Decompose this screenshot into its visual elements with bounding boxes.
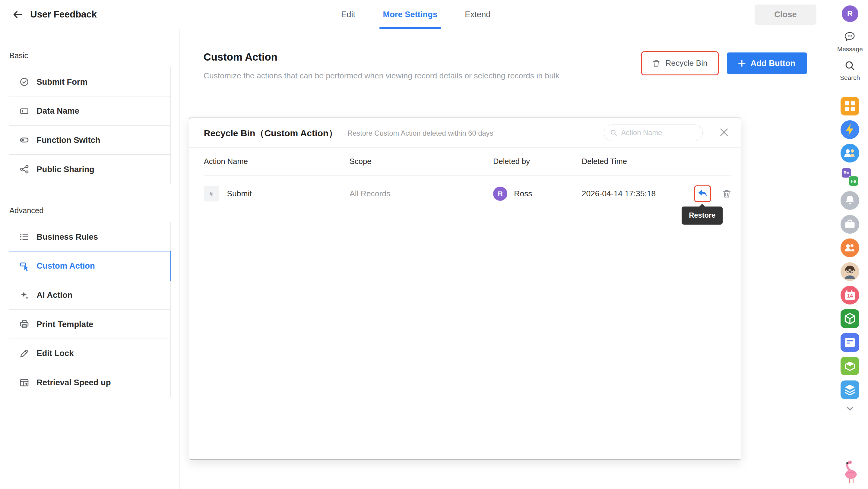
modal-title: Recycle Bin（Custom Action） <box>204 127 338 139</box>
back-arrow-icon[interactable] <box>12 9 23 20</box>
sidebar-item-label: Edit Lock <box>36 349 73 358</box>
layers-blue-icon[interactable] <box>841 381 859 399</box>
tab-edit[interactable]: Edit <box>341 0 355 29</box>
cell-deleted-by: R Ross <box>493 187 582 201</box>
data-name-icon <box>20 106 29 116</box>
topbar: User Feedback Edit More Settings Extend … <box>0 0 832 29</box>
add-button[interactable]: Add Button <box>727 53 807 74</box>
col-header-actions <box>674 148 732 175</box>
print-template-icon <box>20 320 29 329</box>
cell-action-name: Submit <box>204 186 349 201</box>
action-name-text: Submit <box>227 189 251 198</box>
ai-action-icon <box>20 291 29 300</box>
calendar-icon[interactable]: 14 <box>841 286 859 304</box>
retrieval-speed-up-icon <box>20 378 29 387</box>
recycle-bin-label: Recycle Bin <box>665 59 708 68</box>
close-button[interactable]: Close <box>754 4 816 25</box>
main-subtitle: Customize the actions that can be perfor… <box>204 71 559 80</box>
sidebar-item-public-sharing[interactable]: Public Sharing <box>9 154 171 184</box>
submit-form-icon <box>20 77 29 87</box>
public-sharing-icon <box>20 165 29 174</box>
sidebar-item-custom-action[interactable]: Custom Action <box>9 251 171 281</box>
avatar: R <box>493 187 507 201</box>
sidebar-item-label: Data Name <box>36 106 79 116</box>
message-icon <box>844 31 856 43</box>
cell-deleted-time: 2026-04-14 17:35:18 <box>582 189 674 198</box>
restore-tooltip-label: Restore <box>689 211 715 219</box>
col-header-deleted-time: Deleted Time <box>582 157 674 166</box>
sidebar-item-data-name[interactable]: Data Name <box>9 96 171 126</box>
topbar-left: User Feedback <box>0 9 97 20</box>
team-icon[interactable] <box>841 144 859 163</box>
cell-actions: Restore <box>674 176 732 211</box>
close-icon[interactable] <box>718 126 730 138</box>
flamingo-image <box>840 459 861 487</box>
sidebar-item-label: Print Template <box>36 320 93 329</box>
table: Action Name Scope Deleted by Deleted Tim… <box>189 148 741 212</box>
edit-lock-icon <box>20 349 29 358</box>
search-box <box>604 125 703 141</box>
lightning-icon[interactable] <box>841 120 859 139</box>
tab-more-settings[interactable]: More Settings <box>383 0 437 29</box>
header-tabs: Edit More Settings Extend <box>341 0 490 29</box>
search-button[interactable]: Search <box>840 60 860 82</box>
app-icon-list: Ro Fa 14 <box>841 97 859 399</box>
mini-avatar-fa: Fa <box>848 176 859 186</box>
sidebar-item-function-switch[interactable]: Function Switch <box>9 125 171 155</box>
main-title: Custom Action <box>204 51 559 63</box>
bell-icon[interactable] <box>841 191 859 210</box>
user-avatar[interactable]: R <box>842 5 858 22</box>
sidebar: Basic Submit Form Data Name Function Swi… <box>0 29 180 489</box>
custom-action-icon <box>20 261 29 271</box>
sidebar-item-label: Retrieval Speed up <box>36 378 111 387</box>
recycle-bin-button[interactable]: Recycle Bin <box>644 54 716 73</box>
sidebar-item-label: Function Switch <box>36 135 100 145</box>
sidebar-item-label: Public Sharing <box>36 165 94 174</box>
app-column: User Feedback Edit More Settings Extend … <box>0 0 832 489</box>
page-title: User Feedback <box>30 9 97 20</box>
sidebar-item-business-rules[interactable]: Business Rules <box>9 222 171 252</box>
message-button[interactable]: Message <box>837 31 863 53</box>
sidebar-item-retrieval-speed-up[interactable]: Retrieval Speed up <box>9 368 171 397</box>
delete-forever-button[interactable] <box>722 189 732 198</box>
cell-scope: All Records <box>349 189 493 198</box>
sidebar-item-print-template[interactable]: Print Template <box>9 309 171 339</box>
briefcase-icon[interactable] <box>841 215 859 234</box>
divider <box>844 90 856 90</box>
profile-photo-icon[interactable] <box>841 262 859 281</box>
basic-items: Submit Form Data Name Function Switch Pu… <box>9 67 171 184</box>
col-header-scope: Scope <box>349 157 493 166</box>
restore-button[interactable] <box>698 189 708 199</box>
box-light-green-icon[interactable] <box>841 357 859 376</box>
mini-avatars-icon[interactable]: Ro Fa <box>841 168 859 186</box>
search-input[interactable] <box>621 129 696 137</box>
sidebar-item-ai-action[interactable]: AI Action <box>9 281 171 310</box>
col-header-action-name: Action Name <box>204 157 349 166</box>
action-type-icon <box>204 186 219 201</box>
ledger-blue-icon[interactable] <box>841 333 859 352</box>
trash-icon <box>652 59 660 67</box>
tab-extend[interactable]: Extend <box>465 0 490 29</box>
sidebar-item-edit-lock[interactable]: Edit Lock <box>9 338 171 368</box>
col-header-deleted-by: Deleted by <box>493 157 582 166</box>
calendar-day: 14 <box>847 293 853 299</box>
sidebar-item-submit-form[interactable]: Submit Form <box>9 67 171 96</box>
sidebar-item-label: AI Action <box>36 290 72 300</box>
apps-grid-icon[interactable] <box>841 97 859 116</box>
business-rules-icon <box>20 232 29 241</box>
main-head-text: Custom Action Customize the actions that… <box>204 51 559 80</box>
annotation-box-recycle-bin: Recycle Bin <box>641 51 719 76</box>
restore-icon <box>698 189 708 199</box>
search-icon <box>611 129 617 137</box>
section-label-advanced: Advanced <box>9 206 171 215</box>
table-header-row: Action Name Scope Deleted by Deleted Tim… <box>204 148 732 176</box>
add-button-label: Add Button <box>750 59 795 68</box>
contacts-icon[interactable] <box>841 238 859 257</box>
body-row: Basic Submit Form Data Name Function Swi… <box>0 29 832 489</box>
calendar-body: 14 <box>845 292 855 300</box>
deleted-by-text: Ross <box>514 189 532 198</box>
chevron-down-icon[interactable] <box>845 403 855 413</box>
package-green-icon[interactable] <box>841 309 859 328</box>
sidebar-item-label: Custom Action <box>36 261 95 271</box>
restore-tooltip: Restore <box>682 206 723 225</box>
